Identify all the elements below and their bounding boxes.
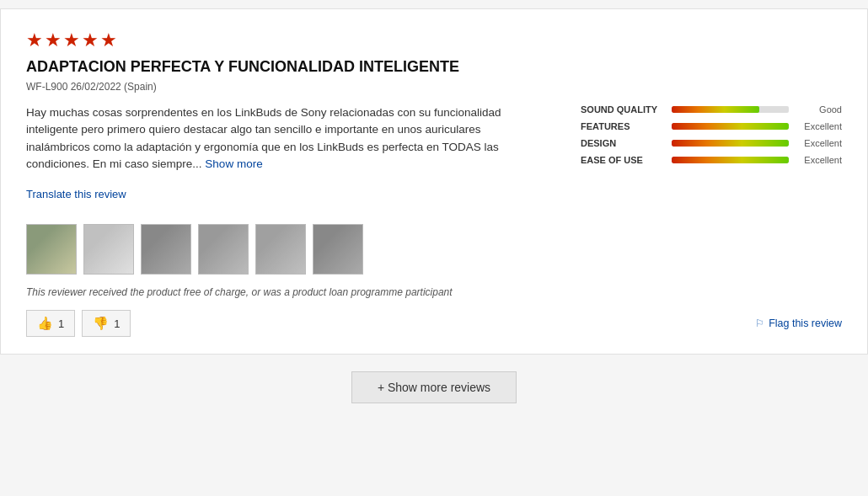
translate-review-link[interactable]: Translate this review (26, 188, 126, 200)
thumbnail-row (26, 224, 842, 275)
rating-row-1: FEATURESExcellent (581, 121, 842, 131)
star-5: ★ (100, 29, 117, 51)
thumbnail-2[interactable] (83, 224, 134, 275)
rating-row-0: SOUND QUALITYGood (581, 104, 842, 115)
review-card: ★ ★ ★ ★ ★ ADAPTACION PERFECTA Y FUNCIONA… (0, 8, 868, 355)
thumbnail-6[interactable] (313, 224, 363, 275)
rating-label-1: FEATURES (581, 121, 665, 131)
review-meta: WF-L900 26/02/2022 (Spain) (26, 81, 842, 93)
rating-row-2: DESIGNExcellent (581, 138, 842, 148)
show-more-reviews-button[interactable]: + Show more reviews (351, 371, 517, 403)
rating-label-0: SOUND QUALITY (581, 104, 665, 115)
rating-label-2: DESIGN (581, 138, 665, 148)
rating-value-1: Excellent (796, 121, 842, 131)
show-more-link[interactable]: Show more (205, 157, 262, 170)
star-3: ★ (63, 29, 80, 51)
review-body: Hay muchas cosas sorprendentes en los Li… (26, 104, 547, 173)
vote-down-button[interactable]: 👎 1 (82, 310, 131, 337)
vote-down-count: 1 (114, 317, 120, 330)
rating-label-3: EASE OF USE (581, 155, 665, 165)
rating-bar-fill-1 (672, 123, 789, 130)
review-content-area: Hay muchas cosas sorprendentes en los Li… (26, 104, 842, 200)
star-1: ★ (26, 29, 43, 51)
rating-bar-fill-2 (672, 140, 789, 147)
rating-value-2: Excellent (796, 138, 842, 148)
rating-bar-fill-3 (672, 157, 789, 163)
rating-bar-2 (672, 140, 789, 147)
star-rating: ★ ★ ★ ★ ★ (26, 29, 842, 51)
thumbnail-4[interactable] (198, 224, 249, 275)
thumbs-up-icon: 👍 (37, 316, 53, 331)
thumbnail-5[interactable] (255, 224, 306, 275)
thumbnail-3[interactable] (141, 224, 191, 275)
rating-bar-0 (672, 106, 789, 113)
vote-buttons: 👍 1 👎 1 (26, 310, 131, 337)
star-2: ★ (45, 29, 62, 51)
show-more-section: + Show more reviews (0, 371, 868, 403)
rating-bar-fill-0 (672, 106, 759, 113)
review-title: ADAPTACION PERFECTA Y FUNCIONALIDAD INTE… (26, 58, 842, 76)
rating-bar-1 (672, 123, 789, 130)
vote-up-button[interactable]: 👍 1 (26, 310, 75, 337)
page-wrapper: ★ ★ ★ ★ ★ ADAPTACION PERFECTA Y FUNCIONA… (0, 0, 868, 429)
vote-up-count: 1 (58, 317, 64, 330)
flag-icon: ⚐ (755, 317, 764, 329)
review-footer: 👍 1 👎 1 ⚐ Flag this review (26, 310, 842, 337)
star-4: ★ (82, 29, 99, 51)
rating-value-0: Good (796, 104, 842, 115)
rating-value-3: Excellent (796, 155, 842, 165)
thumbnail-1[interactable] (26, 224, 77, 275)
thumbs-down-icon: 👎 (93, 316, 109, 331)
rating-row-3: EASE OF USEExcellent (581, 155, 842, 165)
review-ratings: SOUND QUALITYGoodFEATURESExcellentDESIGN… (581, 104, 842, 200)
rating-bar-3 (672, 157, 789, 163)
review-left: Hay muchas cosas sorprendentes en los Li… (26, 104, 547, 200)
flag-review-link[interactable]: ⚐ Flag this review (755, 317, 842, 329)
disclaimer-text: This reviewer received the product free … (26, 286, 842, 298)
